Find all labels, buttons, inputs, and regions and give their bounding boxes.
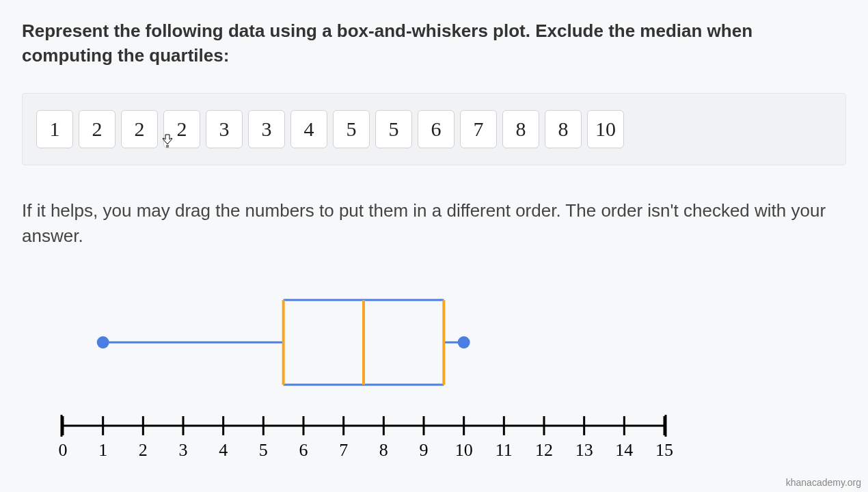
axis-tick-label: 1 — [98, 440, 107, 460]
watermark: khanacademy.org — [786, 477, 861, 488]
data-card[interactable]: 8 — [545, 110, 582, 148]
axis-tick-label: 4 — [219, 440, 228, 460]
data-card[interactable]: 6 — [418, 110, 455, 148]
axis-tick-label: 3 — [179, 440, 188, 460]
hint-text: If it helps, you may drag the numbers to… — [22, 198, 846, 249]
boxplot-area[interactable]: 0123456789101112131415 — [42, 277, 685, 468]
axis-tick-label: 11 — [496, 440, 513, 460]
boxplot-svg[interactable]: 0123456789101112131415 — [42, 277, 685, 468]
data-card[interactable]: 10 — [587, 110, 624, 148]
axis-tick-label: 10 — [455, 440, 473, 460]
axis-tick-label: 6 — [299, 440, 308, 460]
data-card[interactable]: 4 — [290, 110, 327, 148]
axis-tick-label: 2 — [139, 440, 148, 460]
axis-tick-label: 0 — [59, 440, 68, 460]
data-card[interactable]: 5 — [333, 110, 370, 148]
axis-tick-label: 8 — [379, 440, 388, 460]
min-point[interactable] — [97, 336, 109, 348]
data-values-strip: 122233455678810 — [22, 93, 846, 165]
data-card[interactable]: 3 — [206, 110, 243, 148]
axis-tick-label: 5 — [259, 440, 268, 460]
axis-tick-label: 13 — [575, 440, 593, 460]
axis-tick-label: 12 — [535, 440, 553, 460]
axis-tick-label: 9 — [420, 440, 429, 460]
data-card[interactable]: 1 — [36, 110, 73, 148]
max-point[interactable] — [458, 336, 470, 348]
axis-tick-label: 7 — [339, 440, 348, 460]
data-card[interactable]: 5 — [375, 110, 412, 148]
data-card[interactable]: 8 — [502, 110, 539, 148]
data-card[interactable]: 2 — [79, 110, 116, 148]
data-card[interactable]: 7 — [460, 110, 497, 148]
question-prompt: Represent the following data using a box… — [22, 19, 846, 68]
axis-tick-label: 14 — [615, 440, 633, 460]
data-card[interactable]: 2 — [163, 110, 200, 148]
data-card[interactable]: 2 — [121, 110, 158, 148]
axis-tick-label: 15 — [655, 440, 673, 460]
data-card[interactable]: 3 — [248, 110, 285, 148]
